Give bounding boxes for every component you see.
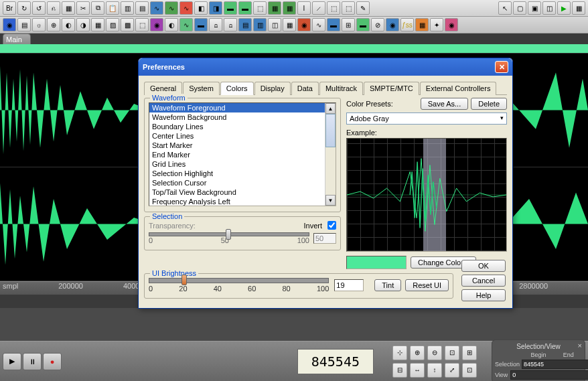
tool-btn[interactable]: ▦ xyxy=(572,1,585,15)
tool-btn[interactable]: ◉ xyxy=(297,18,311,31)
tool-btn[interactable]: ◉ xyxy=(386,18,399,31)
brightness-value[interactable] xyxy=(334,279,364,291)
delete-button[interactable]: Delete xyxy=(471,98,507,110)
tool-btn[interactable]: ▩ xyxy=(121,18,134,31)
tool-btn[interactable]: ▬ xyxy=(224,1,237,15)
zoom-in-icon[interactable]: ⊕ xyxy=(410,346,425,360)
help-button[interactable]: Help xyxy=(461,289,506,301)
tool-btn[interactable]: ⩍ xyxy=(209,18,222,31)
invert-checkbox[interactable] xyxy=(327,221,336,230)
save-as-button[interactable]: Save As... xyxy=(421,98,469,110)
list-item[interactable]: Start Marker xyxy=(149,141,336,150)
preset-combo[interactable]: Adobe Gray xyxy=(346,112,507,125)
tool-btn[interactable]: ↔ xyxy=(410,363,425,378)
paste-icon[interactable]: 📋 xyxy=(106,1,119,15)
tool-btn[interactable]: ⎌ xyxy=(47,1,60,15)
tool-btn[interactable]: ◑ xyxy=(76,18,90,31)
ok-button[interactable]: OK xyxy=(461,260,506,272)
tool-btn[interactable]: ◐ xyxy=(62,18,75,31)
tool-btn[interactable]: ▤ xyxy=(238,18,252,31)
zoom-fit-icon[interactable]: ⊡ xyxy=(445,346,459,360)
tool-btn[interactable]: ▢ xyxy=(513,1,526,15)
tool-btn[interactable]: ✦ xyxy=(430,18,443,31)
list-item[interactable]: Boundary Lines xyxy=(149,122,336,131)
tool-btn-br[interactable]: Br xyxy=(3,1,16,15)
tool-btn[interactable]: ∿ xyxy=(150,1,163,15)
tool-btn[interactable]: ⬚ xyxy=(253,1,267,15)
scroll-down-icon[interactable]: ▼ xyxy=(325,195,336,206)
tool-btn[interactable]: ⊕ xyxy=(47,18,60,31)
list-item[interactable]: Grid Lines xyxy=(149,159,336,169)
tool-btn[interactable]: ◉ xyxy=(445,18,458,31)
tool-btn[interactable]: ∿ xyxy=(312,18,325,31)
tool-btn[interactable]: ☼ xyxy=(32,18,46,31)
zoom-out-icon[interactable]: ⊖ xyxy=(427,346,442,360)
cut-icon[interactable]: ✂ xyxy=(76,1,90,15)
record-button[interactable]: ● xyxy=(43,353,62,370)
tint-button[interactable]: Tint xyxy=(374,279,401,291)
tool-btn[interactable]: ◐ xyxy=(165,18,178,31)
tab-system[interactable]: System xyxy=(183,82,220,95)
tool-btn[interactable]: ◉ xyxy=(150,18,163,31)
tool-btn[interactable]: ⤢ xyxy=(445,363,459,378)
tool-btn[interactable]: ⊞ xyxy=(342,18,355,31)
tool-btn[interactable]: ▥ xyxy=(253,18,267,31)
scroll-thumb[interactable] xyxy=(325,114,336,147)
tool-btn[interactable]: ∿ xyxy=(179,1,193,15)
pencil-icon[interactable]: ✎ xyxy=(356,1,370,15)
pause-button[interactable]: ⏸ xyxy=(23,353,42,370)
titlebar[interactable]: Preferences ✕ xyxy=(139,58,512,76)
list-item[interactable]: Waveform Foreground xyxy=(149,103,336,112)
tool-btn[interactable]: ▦ xyxy=(268,1,281,15)
tool-btn[interactable]: ▥ xyxy=(121,1,134,15)
tool-btn[interactable]: ▣ xyxy=(528,1,541,15)
tab-general[interactable]: General xyxy=(144,82,182,95)
selection-begin-input[interactable] xyxy=(522,360,588,369)
tool-btn[interactable]: ▬ xyxy=(327,18,340,31)
tool-btn[interactable]: ↺ xyxy=(32,1,46,15)
tool-btn[interactable]: ⬚ xyxy=(342,1,355,15)
play-icon[interactable]: ▶ xyxy=(557,1,571,15)
tab-external[interactable]: External Controllers xyxy=(420,82,497,95)
scroll-up-icon[interactable]: ▲ xyxy=(325,103,336,114)
list-item[interactable]: End Marker xyxy=(149,150,336,159)
tool-btn[interactable]: ⬚ xyxy=(135,18,149,31)
zoom-icon[interactable]: ⊹ xyxy=(392,346,407,360)
tool-btn[interactable]: ⊟ xyxy=(392,363,407,378)
list-item[interactable]: Selection Highlight xyxy=(149,169,336,178)
tool-btn[interactable]: ⟋ xyxy=(312,1,325,15)
waveform-listbox[interactable]: Waveform ForegroundWaveform BackgroundBo… xyxy=(149,102,336,206)
tool-btn[interactable]: ▤ xyxy=(135,1,149,15)
tool-btn[interactable]: ▦ xyxy=(415,18,429,31)
text-cursor-icon[interactable]: I xyxy=(297,1,311,15)
tab-colors[interactable]: Colors xyxy=(220,82,254,95)
tool-btn[interactable]: ▦ xyxy=(91,18,104,31)
tool-btn[interactable]: ◫ xyxy=(542,1,556,15)
tool-btn[interactable]: ▬ xyxy=(194,18,208,31)
brightness-slider[interactable] xyxy=(149,278,329,283)
copy-icon[interactable]: ⧉ xyxy=(91,1,104,15)
tool-btn[interactable]: ↻ xyxy=(17,1,31,15)
list-item[interactable]: Center Lines xyxy=(149,131,336,141)
list-item[interactable]: Waveform Background xyxy=(149,112,336,122)
transparency-slider[interactable] xyxy=(149,232,309,236)
scrollbar[interactable]: ▲ ▼ xyxy=(325,103,336,206)
tool-btn[interactable]: ⬚ xyxy=(327,1,340,15)
list-item[interactable]: Top/Tail View Background xyxy=(149,187,336,197)
tab-display[interactable]: Display xyxy=(254,82,291,95)
reset-ui-button[interactable]: Reset UI xyxy=(405,279,449,291)
tool-btn[interactable]: ▦ xyxy=(283,1,296,15)
tool-btn[interactable]: ▦ xyxy=(283,18,296,31)
tab-smpte[interactable]: SMPTE/MTC xyxy=(364,82,419,95)
zoom-sel-icon[interactable]: ⊞ xyxy=(462,346,477,360)
view-begin-input[interactable] xyxy=(510,370,588,380)
tool-btn[interactable]: ▦ xyxy=(62,1,75,15)
tool-btn[interactable]: ↕ xyxy=(427,363,442,378)
tool-btn[interactable]: ◧ xyxy=(194,1,208,15)
tab-multitrack[interactable]: Multitrack xyxy=(319,82,363,95)
tool-btn[interactable]: ▨ xyxy=(106,18,119,31)
tool-btn[interactable]: ▤ xyxy=(17,18,31,31)
tab-data[interactable]: Data xyxy=(291,82,319,95)
tool-btn[interactable]: ƒss xyxy=(400,18,414,31)
tool-btn[interactable]: ▬ xyxy=(356,18,370,31)
